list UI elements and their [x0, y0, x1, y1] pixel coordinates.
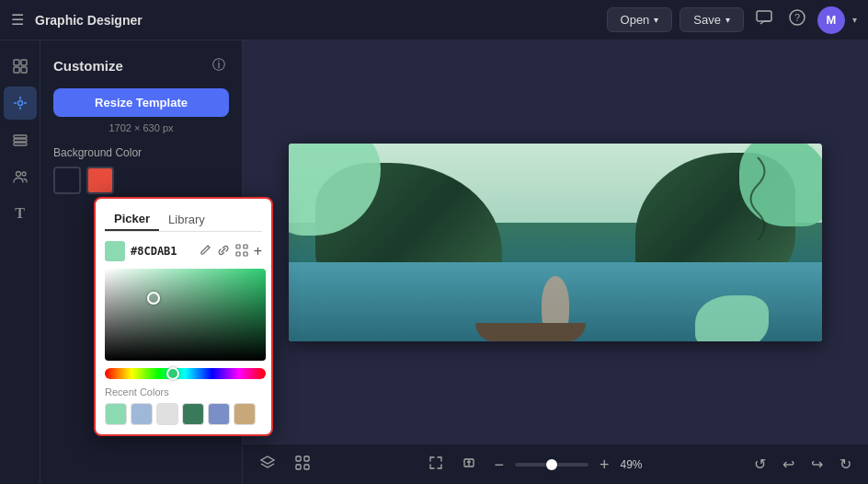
svg-rect-0	[757, 11, 771, 21]
sidebar-item-people[interactable]	[4, 160, 37, 193]
resize-template-button[interactable]: Resize Template	[53, 88, 229, 117]
recent-swatches	[105, 403, 262, 425]
customize-title: Customize	[53, 58, 123, 74]
canvas-viewport[interactable]	[243, 40, 868, 444]
customize-info-button[interactable]: ⓘ	[209, 53, 229, 77]
recent-swatch-0[interactable]	[105, 403, 127, 425]
zoom-level: 49%	[621, 458, 643, 471]
link-icon[interactable]	[217, 244, 230, 259]
recent-swatch-4[interactable]	[208, 403, 230, 425]
sidebar-item-customize[interactable]	[4, 86, 37, 120]
color-picker-popup: Picker Library #8CDAB1 +	[94, 197, 273, 436]
svg-rect-17	[236, 245, 240, 248]
reset-button[interactable]: ↻	[834, 452, 857, 477]
main-area: T Customize ⓘ Resize Template 1702 × 630…	[0, 40, 868, 484]
svg-rect-14	[14, 143, 27, 145]
recent-swatch-1[interactable]	[131, 403, 153, 425]
color-swatches-row	[53, 167, 229, 194]
recent-colors-label: Recent Colors	[105, 386, 262, 398]
open-button[interactable]: Open ▾	[607, 7, 673, 32]
design-canvas	[289, 144, 822, 341]
zoom-slider[interactable]	[515, 463, 588, 467]
canvas-area: − + 49% ↺ ↩ ↪ ↻	[243, 40, 868, 484]
avatar[interactable]: M	[817, 6, 845, 34]
zoom-thumb	[546, 459, 557, 470]
hue-slider[interactable]	[105, 368, 266, 379]
sidebar-item-layers[interactable]	[4, 123, 37, 156]
sidebar-item-grid[interactable]	[4, 50, 37, 83]
svg-rect-19	[236, 252, 240, 256]
color-gradient-canvas[interactable]	[105, 269, 266, 361]
svg-rect-18	[244, 245, 247, 248]
hex-input[interactable]: #8CDAB1	[131, 245, 193, 258]
svg-rect-20	[244, 252, 247, 256]
topbar: ☰ Graphic Designer Open ▾ Save ▾ ? M ▾	[0, 0, 868, 40]
tab-library[interactable]: Library	[159, 208, 214, 231]
picker-tabs: Picker Library	[105, 208, 262, 232]
svg-rect-6	[21, 67, 27, 73]
svg-point-15	[16, 172, 20, 177]
fit-button[interactable]	[455, 451, 483, 478]
eyedropper-icon[interactable]	[199, 244, 211, 259]
icon-sidebar: T	[0, 40, 40, 484]
bottom-left-controls	[254, 451, 316, 478]
customize-panel: Customize ⓘ Resize Template 1702 × 630 p…	[40, 40, 243, 484]
svg-rect-3	[14, 60, 19, 65]
refresh-button[interactable]: ↺	[748, 452, 771, 477]
menu-icon[interactable]: ☰	[11, 11, 24, 29]
undo-button[interactable]: ↩	[777, 452, 800, 477]
svg-rect-22	[296, 456, 301, 461]
svg-rect-5	[14, 67, 19, 73]
color-swatch-dark[interactable]	[53, 167, 81, 194]
help-button[interactable]: ?	[784, 5, 810, 35]
save-chevron-icon: ▾	[725, 15, 730, 25]
chat-button[interactable]	[751, 5, 777, 35]
svg-rect-23	[304, 456, 309, 461]
current-color-swatch[interactable]	[105, 241, 125, 261]
add-color-icon[interactable]: +	[254, 243, 262, 259]
green-blob-br	[695, 295, 769, 341]
svg-rect-24	[296, 465, 301, 469]
bottom-bar: − + 49% ↺ ↩ ↪ ↻	[243, 444, 868, 484]
svg-rect-4	[21, 60, 27, 65]
hex-input-row: #8CDAB1 +	[105, 241, 262, 261]
recent-swatch-2[interactable]	[156, 403, 178, 425]
svg-rect-25	[304, 465, 309, 469]
bottom-right-controls: ↺ ↩ ↪ ↻	[748, 452, 857, 477]
save-button[interactable]: Save ▾	[680, 7, 744, 32]
recent-swatch-3[interactable]	[182, 403, 204, 425]
customize-header: Customize ⓘ	[53, 53, 229, 77]
hue-thumb[interactable]	[166, 367, 179, 380]
background-color-label: Background Color	[53, 146, 229, 159]
svg-rect-13	[14, 139, 27, 142]
zoom-out-button[interactable]: −	[488, 453, 509, 477]
open-chevron-icon: ▾	[654, 15, 658, 25]
svg-point-16	[22, 172, 26, 176]
tab-picker[interactable]: Picker	[105, 208, 159, 231]
layers-button[interactable]	[254, 451, 281, 478]
svg-marker-21	[261, 456, 274, 464]
color-swatch-red[interactable]	[86, 167, 114, 194]
svg-rect-12	[14, 135, 27, 138]
recent-swatch-5[interactable]	[234, 403, 256, 425]
grid-icon[interactable]	[235, 244, 248, 259]
template-dimensions: 1702 × 630 px	[53, 122, 229, 133]
svg-point-7	[17, 101, 22, 106]
svg-text:?: ?	[794, 12, 800, 23]
redo-button[interactable]: ↪	[805, 452, 828, 477]
expand-button[interactable]	[422, 451, 450, 478]
zoom-in-button[interactable]: +	[594, 453, 615, 477]
avatar-chevron-icon: ▾	[852, 15, 857, 25]
sidebar-item-text[interactable]: T	[4, 197, 37, 230]
app-title: Graphic Designer	[35, 13, 600, 28]
bottom-center-controls: − + 49%	[422, 451, 642, 478]
grid-view-button[interactable]	[289, 451, 316, 478]
gradient-thumb[interactable]	[147, 292, 160, 305]
